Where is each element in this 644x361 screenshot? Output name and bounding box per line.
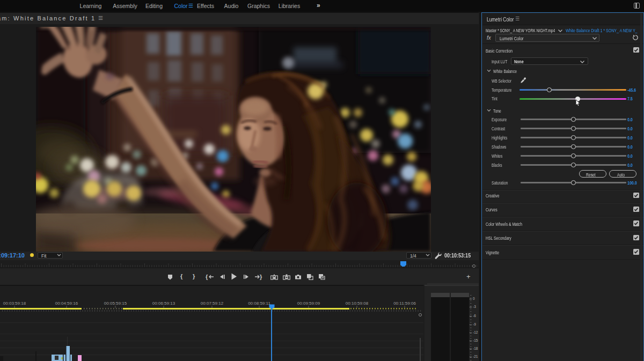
svg-text:{: { bbox=[206, 274, 208, 280]
svg-text:}: } bbox=[260, 274, 262, 280]
